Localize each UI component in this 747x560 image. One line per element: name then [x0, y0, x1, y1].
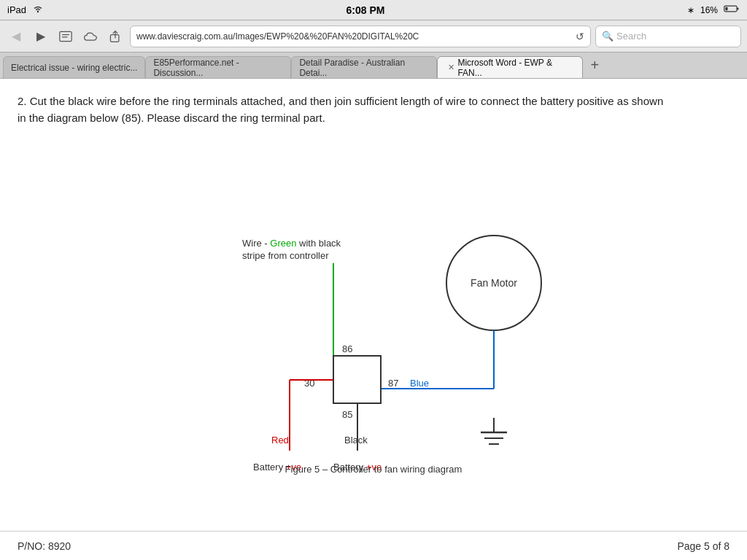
- device-label: iPad: [7, 4, 26, 15]
- address-text: www.daviescraig.com.au/Images/EWP%20&%20…: [136, 31, 576, 42]
- wiring-diagram: Wire - Green with black stripe from cont…: [118, 141, 629, 491]
- tab-detail[interactable]: Detail Paradise - Australian Detai...: [291, 56, 437, 78]
- page-info: Page 5 of 8: [677, 540, 729, 552]
- time-display: 6:08 PM: [347, 4, 385, 16]
- part-number: P/NO: 8920: [18, 540, 71, 552]
- tab-microsoft-word[interactable]: ✕ Microsoft Word - EWP & FAN...: [437, 56, 583, 78]
- svg-text:Red: Red: [271, 435, 289, 446]
- svg-text:Blue: Blue: [410, 378, 429, 389]
- content-area: 2. Cut the black wire before the ring te…: [0, 79, 747, 560]
- svg-text:stripe from controller: stripe from controller: [242, 250, 329, 261]
- svg-text:Figure 5 – Controller to fan w: Figure 5 – Controller to fan wiring diag…: [285, 464, 462, 475]
- nav-bar: ◀ ▶ www.daviescraig.com.au/Images/EWP%20…: [0, 20, 747, 52]
- address-bar[interactable]: www.daviescraig.com.au/Images/EWP%20&%20…: [130, 26, 591, 47]
- svg-rect-3: [737, 7, 738, 9]
- tab-electrical[interactable]: Electrical issue - wiring electric...: [3, 56, 145, 78]
- tab-label-detail: Detail Paradise - Australian Detai...: [299, 58, 429, 78]
- svg-text:Black: Black: [344, 435, 368, 446]
- svg-text:85: 85: [342, 409, 352, 420]
- search-placeholder: Search: [616, 31, 646, 42]
- search-icon: 🔍: [602, 31, 614, 42]
- diagram-svg: Wire - Green with black stripe from cont…: [118, 141, 629, 476]
- svg-rect-2: [725, 7, 727, 11]
- bookmarks-button[interactable]: [55, 26, 76, 47]
- tab-label-electrical: Electrical issue - wiring electric...: [11, 63, 137, 73]
- svg-rect-4: [60, 31, 71, 41]
- cloud-button[interactable]: [80, 26, 101, 47]
- instruction-body: 2. Cut the black wire before the ring te…: [18, 95, 663, 124]
- new-tab-button[interactable]: +: [584, 55, 605, 76]
- svg-text:Fan Motor: Fan Motor: [471, 277, 517, 289]
- back-button[interactable]: ◀: [6, 26, 26, 47]
- reload-icon[interactable]: ↺: [576, 31, 584, 42]
- share-button[interactable]: [105, 26, 125, 47]
- battery-icon: [724, 4, 740, 15]
- battery-level: 16%: [700, 5, 718, 15]
- search-bar[interactable]: 🔍 Search: [595, 26, 741, 47]
- wifi-icon: [32, 4, 44, 15]
- status-bar: iPad 6:08 PM ∗ 16%: [0, 0, 747, 20]
- tab-label-e85: E85Performance.net - Discussion...: [153, 58, 283, 78]
- tab-label-word: Microsoft Word - EWP & FAN...: [457, 58, 575, 78]
- tabs-bar: Electrical issue - wiring electric... E8…: [0, 52, 747, 79]
- instruction-text: 2. Cut the black wire before the ring te…: [18, 93, 674, 126]
- svg-rect-7: [110, 34, 118, 42]
- forward-button[interactable]: ▶: [31, 26, 51, 47]
- bluetooth-icon: ∗: [687, 5, 694, 15]
- footer-bar: P/NO: 8920 Page 5 of 8: [0, 531, 747, 560]
- status-left: iPad: [7, 4, 44, 15]
- tab-close-icon[interactable]: ✕: [448, 63, 454, 72]
- tab-e85[interactable]: E85Performance.net - Discussion...: [145, 56, 291, 78]
- svg-point-0: [37, 11, 39, 12]
- svg-text:86: 86: [342, 343, 352, 354]
- svg-text:87: 87: [388, 378, 398, 389]
- svg-rect-16: [333, 356, 381, 403]
- status-right: ∗ 16%: [687, 4, 740, 15]
- svg-text:Wire - Green with black: Wire - Green with black: [242, 238, 341, 249]
